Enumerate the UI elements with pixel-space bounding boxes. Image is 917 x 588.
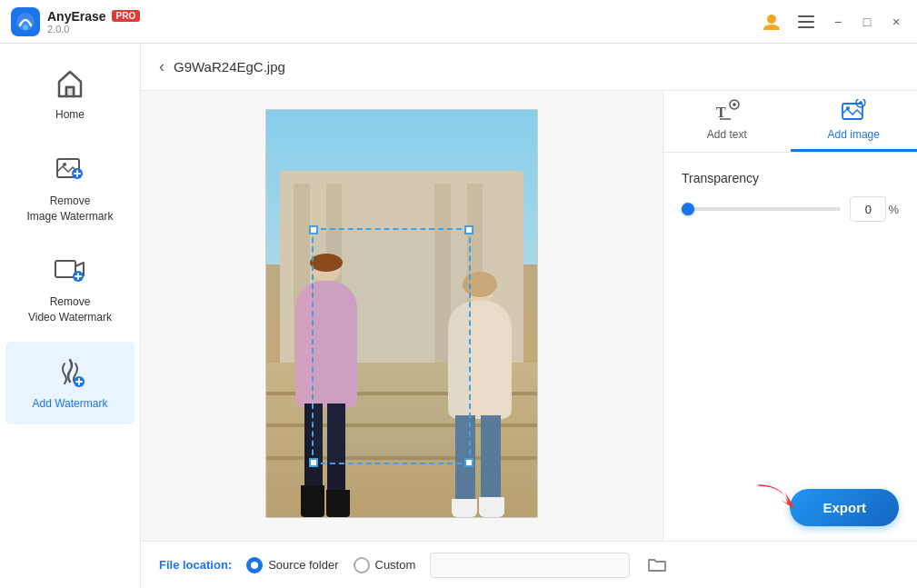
custom-option[interactable]: Custom (354, 557, 416, 573)
svg-text:T: T (716, 105, 726, 120)
svg-rect-6 (798, 26, 814, 28)
add-watermark-icon (52, 354, 88, 391)
percent-sign: % (888, 203, 899, 216)
add-image-icon (841, 99, 866, 125)
file-location-bar: File location: Source folder Custom (141, 541, 917, 588)
source-folder-label: Source folder (268, 558, 338, 572)
sidebar-item-home[interactable]: Home (5, 53, 135, 135)
window-controls: − □ × (759, 9, 906, 35)
panel-tabs: T Add text (663, 91, 917, 153)
sidebar-item-home-label: Home (55, 107, 85, 123)
file-name: G9WaR24EgC.jpg (174, 59, 285, 75)
tab-add-image-label: Add image (828, 128, 880, 141)
file-location-label: File location: (159, 558, 232, 572)
svg-point-9 (63, 163, 66, 166)
main-layout: Home RemoveImage Watermark (0, 44, 917, 588)
add-text-icon: T (714, 99, 740, 125)
custom-label: Custom (375, 558, 416, 572)
sidebar-item-remove-image-label: RemoveImage Watermark (27, 194, 114, 224)
sidebar-item-add-watermark-label: Add Watermark (33, 396, 108, 412)
sidebar-item-remove-video[interactable]: RemoveVideo Watermark (5, 240, 135, 338)
tab-add-text-label: Add text (707, 128, 747, 141)
custom-path-input[interactable] (430, 553, 630, 578)
home-icon (52, 65, 88, 102)
close-button[interactable]: × (886, 12, 906, 32)
svg-rect-11 (55, 261, 75, 277)
app-version: 2.0.0 (47, 24, 140, 35)
custom-radio[interactable] (354, 557, 370, 573)
canvas-area (141, 91, 663, 541)
svg-rect-4 (798, 15, 814, 17)
title-bar: AnyErase PRO 2.0.0 − □ × (0, 0, 917, 44)
transparency-label: Transparency (682, 171, 899, 185)
remove-image-watermark-icon (52, 152, 88, 188)
transparency-input[interactable] (850, 196, 886, 222)
sidebar-item-remove-image[interactable]: RemoveImage Watermark (5, 139, 135, 237)
svg-rect-7 (66, 87, 74, 96)
maximize-button[interactable]: □ (857, 12, 877, 32)
minimize-button[interactable]: − (828, 12, 848, 32)
svg-rect-5 (798, 21, 814, 23)
source-folder-radio[interactable] (246, 557, 263, 573)
content-header: ‹ G9WaR24EgC.jpg (141, 44, 917, 91)
export-area: Export (663, 468, 917, 541)
panel-content: Transparency % (663, 153, 917, 468)
transparency-row: % (682, 196, 899, 222)
app-name: AnyErase (47, 9, 106, 24)
workspace: T Add text (141, 91, 917, 541)
account-icon[interactable] (759, 9, 784, 35)
export-arrow-icon (744, 477, 808, 523)
tab-add-image[interactable]: Add image (791, 91, 918, 152)
slider-thumb[interactable] (682, 203, 694, 215)
svg-point-20 (846, 106, 850, 110)
transparency-slider[interactable] (682, 207, 841, 211)
sidebar: Home RemoveImage Watermark (0, 44, 141, 588)
slider-value-box: % (850, 196, 899, 222)
menu-icon[interactable] (793, 9, 819, 35)
tab-add-text[interactable]: T Add text (663, 91, 791, 152)
image-container[interactable] (265, 109, 538, 518)
sidebar-item-add-watermark[interactable]: Add Watermark (5, 342, 135, 424)
radio-check (251, 562, 258, 569)
svg-point-3 (767, 15, 776, 24)
app-info: AnyErase PRO 2.0.0 (47, 9, 140, 35)
right-panel: T Add text (663, 91, 917, 541)
browse-folder-button[interactable] (644, 553, 670, 578)
source-folder-option[interactable]: Source folder (246, 557, 338, 573)
app-logo (11, 7, 40, 36)
sidebar-item-remove-video-label: RemoveVideo Watermark (28, 294, 112, 325)
content-area: ‹ G9WaR24EgC.jpg (141, 44, 917, 588)
pro-badge: PRO (112, 10, 141, 22)
remove-video-watermark-icon (52, 253, 88, 289)
back-button[interactable]: ‹ (159, 57, 164, 76)
